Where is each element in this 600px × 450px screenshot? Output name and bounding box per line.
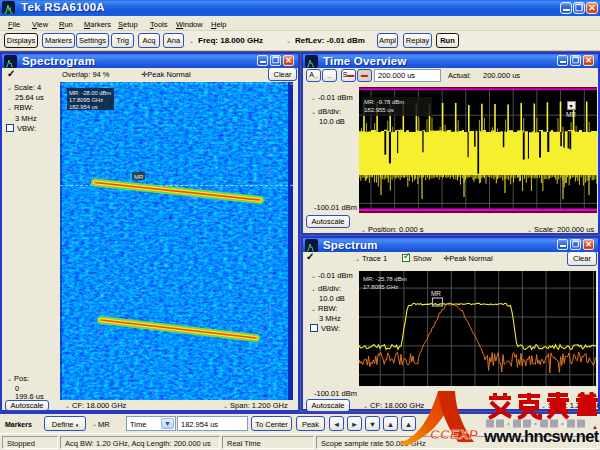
svg-text:MR: MR [566, 111, 576, 118]
svg-text:MR: MR [431, 290, 441, 297]
svg-text:17.8095 GHz: 17.8095 GHz [69, 97, 103, 103]
svg-text:▾: ▾ [570, 103, 573, 109]
svg-text:MR: -25.78 dBm: MR: -25.78 dBm [363, 276, 407, 282]
svg-text:182.954 us: 182.954 us [69, 104, 98, 110]
svg-text:MR: MR [134, 174, 144, 180]
svg-text:CCEXP: CCEXP [430, 427, 479, 442]
svg-text:MR: -28.00 dBm: MR: -28.00 dBm [69, 90, 111, 96]
svg-text:182.955 us: 182.955 us [364, 107, 394, 113]
svg-text:MR: -9.78 dBm: MR: -9.78 dBm [364, 99, 404, 105]
svg-text:17.8095 GHz: 17.8095 GHz [363, 284, 398, 290]
